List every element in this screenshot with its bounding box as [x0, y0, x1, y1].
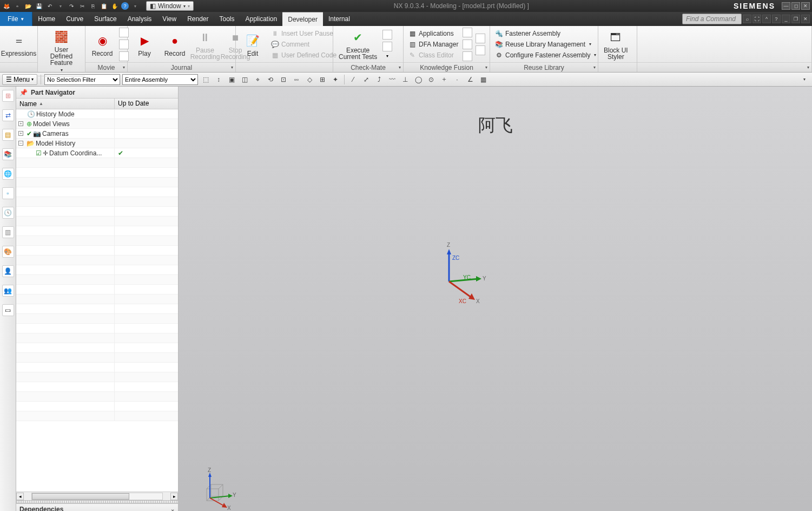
snap-perp-icon[interactable]: ⊥ — [400, 74, 411, 85]
expand-icon[interactable]: + — [18, 121, 23, 126]
toolbar-icon-9[interactable]: ◇ — [304, 74, 315, 85]
history-mode-label[interactable]: History Mode — [36, 110, 75, 118]
toolbar-icon-5[interactable]: ⌖ — [252, 74, 263, 85]
chevron-down-icon[interactable]: ▾ — [593, 65, 596, 70]
tab-curve[interactable]: Curve — [61, 12, 89, 26]
touch-icon[interactable]: ✋ — [110, 2, 119, 10]
checkmate-tool-2-icon[interactable] — [382, 42, 392, 51]
kf-tool-2-icon[interactable] — [463, 40, 472, 49]
toolbar-icon-1[interactable]: ⬚ — [200, 74, 211, 85]
model-history-label[interactable]: Model History — [36, 140, 75, 147]
snap-curve-icon[interactable]: 〰 — [387, 74, 398, 85]
paste-icon[interactable]: 📋 — [100, 2, 108, 10]
open-icon[interactable]: 📂 — [24, 2, 32, 10]
tab-developer[interactable]: Developer — [282, 12, 323, 26]
qat-dropdown-icon[interactable]: ▼ — [131, 2, 140, 10]
rail-assembly-icon[interactable]: ⊞ — [2, 90, 14, 102]
cut-icon[interactable]: ✂ — [78, 2, 87, 10]
command-search-input[interactable] — [682, 14, 742, 24]
tab-analysis[interactable]: Analysis — [122, 12, 157, 26]
rail-reuse-icon[interactable]: 📚 — [2, 148, 14, 160]
scroll-thumb[interactable] — [32, 493, 129, 500]
window-menu-button[interactable]: ◧ Window ▾ ▾ — [146, 1, 194, 11]
rail-tool-3-icon[interactable]: ▭ — [2, 304, 14, 316]
chevron-down-icon[interactable]: ▾ — [231, 65, 233, 70]
chevron-down-icon[interactable]: ▾ — [807, 65, 809, 70]
chevron-down-icon[interactable]: ▾ — [382, 54, 392, 58]
model-views-label[interactable]: Model Views — [33, 120, 70, 128]
rail-web-icon[interactable]: 🌐 — [2, 168, 14, 180]
pin-icon[interactable]: 📌 — [19, 89, 28, 96]
dependencies-section[interactable]: Dependencies⌄ — [16, 503, 178, 511]
tab-application[interactable]: Application — [240, 12, 283, 26]
snap-tangent-icon[interactable]: ⤴ — [374, 74, 385, 85]
doc-close-icon[interactable]: ✕ — [801, 15, 810, 23]
tab-render[interactable]: Render — [182, 12, 214, 26]
rail-roles-icon[interactable]: 🎨 — [2, 246, 14, 258]
minimize-icon[interactable]: — — [782, 2, 790, 10]
snap-circle-icon[interactable]: ◯ — [413, 74, 424, 85]
datum-csys[interactable]: Z ZC Y YC X XC — [433, 249, 476, 292]
expressions-button[interactable]: ＝ Expressions — [3, 31, 34, 58]
user-defined-feature-button[interactable]: 🧱 User Defined Feature ▾ — [41, 27, 82, 75]
kf-applications-button[interactable]: ▦Applications — [407, 29, 459, 38]
cameras-label[interactable]: Cameras — [42, 130, 69, 137]
execute-tests-button[interactable]: ✔Execute Current Tests — [336, 28, 379, 61]
collapse-icon[interactable]: − — [18, 141, 23, 146]
rail-history-icon[interactable]: 🕓 — [2, 207, 14, 219]
dfa-manager-button[interactable]: ▥DFA Manager — [407, 40, 459, 49]
selection-scope-select[interactable]: Entire Assembly — [122, 74, 198, 85]
toolbar-icon-2[interactable]: ↕ — [213, 74, 224, 85]
navigator-hscroll[interactable]: ◂ ▸ — [16, 492, 178, 500]
scroll-right-icon[interactable]: ▸ — [170, 493, 178, 500]
record-journal-button[interactable]: ●Record — [161, 31, 188, 58]
fullscreen-icon[interactable]: ⛶ — [752, 15, 761, 23]
record-movie-button[interactable]: ◉ Record — [89, 31, 116, 58]
checkbox-checked-icon[interactable]: ☑ — [36, 149, 42, 157]
close-icon[interactable]: ✕ — [801, 2, 810, 10]
help-icon[interactable]: ? — [121, 2, 129, 10]
reuse-lib-mgmt-button[interactable]: 📚Reuse Library Management▾ — [493, 40, 597, 49]
menu-button[interactable]: ☰ Menu ▾ — [2, 74, 37, 85]
doc-minimize-icon[interactable]: _ — [782, 15, 790, 23]
snap-angle-icon[interactable]: ∠ — [465, 74, 476, 85]
undo-icon[interactable]: ↶ — [45, 2, 54, 10]
toolbar-dropdown-icon[interactable]: ▾ — [799, 74, 810, 85]
snap-plus-icon[interactable]: ＋ — [439, 74, 450, 85]
config-fastener-button[interactable]: ⚙Configure Fastener Assembly▾ — [493, 50, 597, 60]
copy-icon[interactable]: ⎘ — [89, 2, 97, 10]
block-ui-styler-button[interactable]: 🗔Block UI Styler — [602, 28, 630, 61]
file-tab[interactable]: File▼ — [0, 12, 32, 26]
rail-constraint-icon[interactable]: ⇄ — [2, 109, 14, 121]
tab-view[interactable]: View — [157, 12, 182, 26]
toolbar-icon-3[interactable]: ▣ — [226, 74, 237, 85]
snap-point-icon[interactable]: ∙ — [452, 74, 463, 85]
save-icon[interactable]: 💾 — [35, 2, 43, 10]
scroll-left-icon[interactable]: ◂ — [16, 493, 24, 500]
chevron-down-icon[interactable]: ▾ — [485, 65, 487, 70]
datum-label[interactable]: Datum Coordina... — [49, 149, 102, 157]
tab-home[interactable]: Home — [32, 12, 61, 26]
graphics-canvas[interactable]: 阿飞 Z ZC Y YC X XC — [179, 87, 812, 511]
rail-sheet-icon[interactable]: ▫ — [2, 187, 14, 199]
toolbar-icon-8[interactable]: ▫▫ — [291, 74, 302, 85]
column-name[interactable]: Name▲ — [16, 99, 115, 109]
snap-grid-icon[interactable]: ▦ — [478, 74, 488, 85]
play-journal-button[interactable]: ▶Play — [131, 31, 158, 58]
chevron-down-icon[interactable]: ▾ — [399, 65, 401, 70]
expand-icon[interactable]: + — [18, 131, 23, 136]
tab-surface[interactable]: Surface — [89, 12, 122, 26]
toolbar-icon-11[interactable]: ✦ — [330, 74, 341, 85]
toolbar-icon-6[interactable]: ⟲ — [265, 74, 276, 85]
navigator-tree[interactable]: 🕓History Mode +⊕Model Views +✔📷Cameras −… — [16, 109, 178, 492]
rail-tool-2-icon[interactable]: 👥 — [2, 285, 14, 297]
search-icon[interactable]: ⌕ — [743, 15, 751, 23]
kf-tool-5-icon[interactable] — [476, 45, 485, 55]
fastener-assembly-button[interactable]: 🔩Fastener Assembly — [493, 29, 597, 38]
rail-spreadsheet-icon[interactable]: ▥ — [2, 226, 14, 238]
toolbar-icon-10[interactable]: ⊞ — [317, 74, 328, 85]
nx-logo-icon[interactable]: 🦊 — [2, 2, 11, 10]
help-button-icon[interactable]: ? — [772, 15, 781, 23]
checkmate-tool-1-icon[interactable] — [382, 30, 392, 40]
toolbar-icon-7[interactable]: ⊡ — [278, 74, 289, 85]
